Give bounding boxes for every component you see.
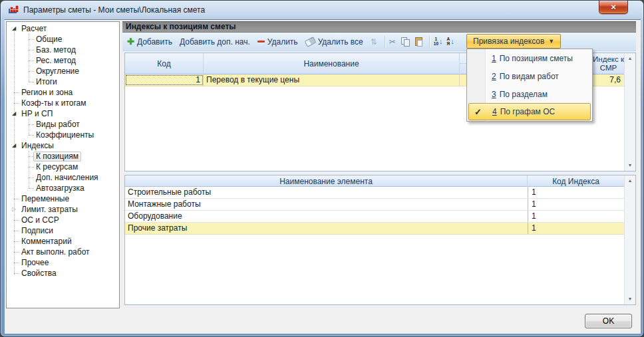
tree-item-obshchie[interactable]: Общие xyxy=(7,34,119,45)
app-icon xyxy=(8,5,19,15)
elements-table-row[interactable]: Оборудование 1 xyxy=(125,211,624,223)
binding-indexes-menu: 1 По позициям сметы 2 По видам работ 3 П… xyxy=(466,49,593,122)
scroll-up-icon[interactable]: ▲ xyxy=(625,175,635,186)
positions-table-scrollbar[interactable]: ▲ ▼ xyxy=(624,53,635,171)
tree-item-koefficienty[interactable]: Коэффициенты xyxy=(7,130,119,140)
elements-table-row[interactable]: Строительные работы 1 xyxy=(125,187,624,199)
section-header: Индексы к позициям сметы xyxy=(122,21,636,33)
tree-item-prochee[interactable]: Прочее xyxy=(7,257,119,268)
sort-alpha-icon[interactable]: АЯ ↓ xyxy=(447,37,454,46)
cut-icon[interactable]: ✂ xyxy=(389,37,396,47)
cell-index-code[interactable]: 1 xyxy=(528,199,624,210)
tree-item-res-metod[interactable]: Рес. метод xyxy=(7,55,119,66)
column-header-index-smr[interactable]: Индекс к СМР xyxy=(593,53,624,74)
tree-item-okruglenie[interactable]: Округление xyxy=(7,66,119,76)
tree-item-limit-zatraty[interactable]: ▷Лимит. затраты xyxy=(7,204,119,215)
tree-item-indeksy[interactable]: ◢Индексы xyxy=(7,140,119,151)
menu-item-by-positions[interactable]: 1 По позициям сметы xyxy=(467,49,592,67)
elements-table-scrollbar[interactable]: ▲ ▼ xyxy=(624,175,635,304)
minus-icon xyxy=(257,41,265,43)
tree-item-raschet[interactable]: ◢Расчет xyxy=(7,23,119,34)
tree-item-vidy-rabot[interactable]: Виды работ xyxy=(7,119,119,130)
add-button[interactable]: ✚ Добавить xyxy=(127,37,172,47)
column-header-index-code[interactable]: Код Индекса xyxy=(528,175,624,187)
title-bar[interactable]: Параметры сметы - Мои сметы\Локальная см… xyxy=(1,1,643,19)
copy-icon[interactable] xyxy=(401,37,410,47)
binding-indexes-dropdown-button[interactable]: Привязка индексов ▼ xyxy=(466,34,561,49)
cell-element-name[interactable]: Прочие затраты xyxy=(125,223,528,234)
tree-item-dop-nachisleniya[interactable]: Доп. начисления xyxy=(7,172,119,183)
chevron-down-icon: ▼ xyxy=(548,38,554,45)
checkmark-icon: ✓ xyxy=(474,107,482,117)
scroll-up-icon[interactable]: ▲ xyxy=(625,53,635,64)
expander-closed-icon[interactable]: ▷ xyxy=(10,204,18,215)
elements-table-header: Наименование элемента Код Индекса xyxy=(125,175,624,187)
cell-element-name[interactable]: Оборудование xyxy=(125,211,528,222)
delete-button[interactable]: Удалить xyxy=(257,37,298,47)
menu-item-by-os-columns[interactable]: ✓ 4 По графам ОС xyxy=(468,103,591,120)
column-header-element-name[interactable]: Наименование элемента xyxy=(125,175,528,187)
tree-item-k-resursam[interactable]: К ресурсам xyxy=(7,162,119,172)
tree-item-itogi[interactable]: Итоги xyxy=(7,76,119,87)
section-title: Индексы к позициям сметы xyxy=(126,22,236,31)
column-header-code[interactable]: Код xyxy=(125,53,204,74)
cell-code[interactable]: 1 xyxy=(125,74,204,86)
delete-all-button[interactable]: Удалить все xyxy=(305,37,363,47)
transfer-arrows-icon[interactable]: ⇅ xyxy=(371,38,377,46)
close-button[interactable]: × xyxy=(599,1,628,14)
eraser-icon xyxy=(304,37,316,47)
cell-index-smr[interactable]: 7,6 xyxy=(593,74,624,86)
cell-element-name[interactable]: Строительные работы xyxy=(125,187,528,198)
tree-item-os-ssr[interactable]: ОС и ССР xyxy=(7,215,119,225)
column-header-name[interactable]: Наименование xyxy=(204,53,460,74)
elements-table-row-selected[interactable]: Прочие затраты 1 xyxy=(125,223,624,235)
tree-item-peremennye[interactable]: Переменные xyxy=(7,193,119,204)
tree-item-podpisi[interactable]: Подписи xyxy=(7,225,119,236)
window-title: Параметры сметы - Мои сметы\Локальная см… xyxy=(23,5,205,15)
tree-item-kommentariy[interactable]: Комментарий xyxy=(7,236,119,247)
tree-item-avtozagruzka[interactable]: Автозагрузка xyxy=(7,183,119,193)
expander-open-icon[interactable]: ◢ xyxy=(10,108,18,119)
cell-index-code[interactable]: 1 xyxy=(528,211,624,222)
add-extra-charge-button[interactable]: Добавить доп. нач. xyxy=(180,37,250,47)
settings-tree: ◢Расчет Общие Баз. метод Рес. метод Окру… xyxy=(7,22,119,279)
tree-item-koef-itogam[interactable]: Коэф-ты к итогам xyxy=(7,98,119,108)
menu-item-by-sections[interactable]: 3 По разделам xyxy=(467,85,592,103)
tree-item-baz-metod[interactable]: Баз. метод xyxy=(7,45,119,55)
tree-item-nr-sp[interactable]: ◢НР и СП xyxy=(7,108,119,119)
toolbar-separator xyxy=(385,36,385,48)
plus-icon: ✚ xyxy=(127,37,134,46)
elements-table: Наименование элемента Код Индекса Строит… xyxy=(124,175,636,305)
scroll-down-icon[interactable]: ▼ xyxy=(625,294,635,304)
cell-index-code[interactable]: 1 xyxy=(528,187,624,198)
toolbar-separator xyxy=(429,36,430,48)
cell-name[interactable]: Перевод в текущие цены xyxy=(204,74,460,86)
paste-icon[interactable] xyxy=(415,37,422,46)
settings-tree-panel: ◢Расчет Общие Баз. метод Рес. метод Окру… xyxy=(6,21,120,308)
dialog-window: Параметры сметы - Мои сметы\Локальная см… xyxy=(0,0,644,337)
tree-item-akt-vypoln-rabot[interactable]: Акт выполн. работ xyxy=(7,247,119,257)
tree-item-k-poziciyam[interactable]: К позициям xyxy=(7,151,119,162)
expander-open-icon[interactable]: ◢ xyxy=(10,23,18,34)
ok-button[interactable]: OK xyxy=(585,314,632,328)
sort-numeric-icon[interactable]: 110 ↓ xyxy=(434,37,443,46)
scroll-down-icon[interactable]: ▼ xyxy=(625,160,635,171)
menu-item-by-work-types[interactable]: 2 По видам работ xyxy=(467,67,592,85)
expander-open-icon[interactable]: ◢ xyxy=(10,140,18,151)
close-icon: × xyxy=(611,3,616,11)
elements-table-row[interactable]: Монтажные работы 1 xyxy=(125,199,624,211)
cell-element-name[interactable]: Монтажные работы xyxy=(125,199,528,210)
cell-index-code[interactable]: 1 xyxy=(528,223,624,234)
tree-item-region[interactable]: Регион и зона xyxy=(7,87,119,98)
tree-item-svoystva[interactable]: Свойства xyxy=(7,268,119,279)
